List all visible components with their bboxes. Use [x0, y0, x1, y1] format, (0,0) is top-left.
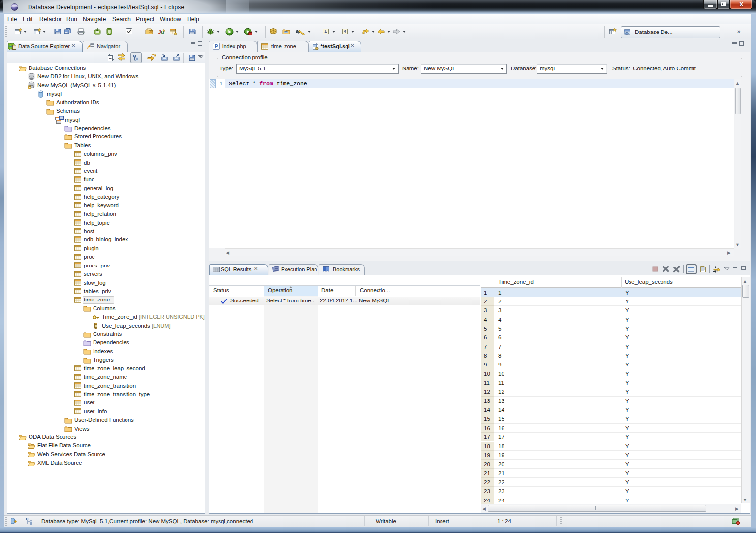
- svg-text:P: P: [215, 44, 218, 49]
